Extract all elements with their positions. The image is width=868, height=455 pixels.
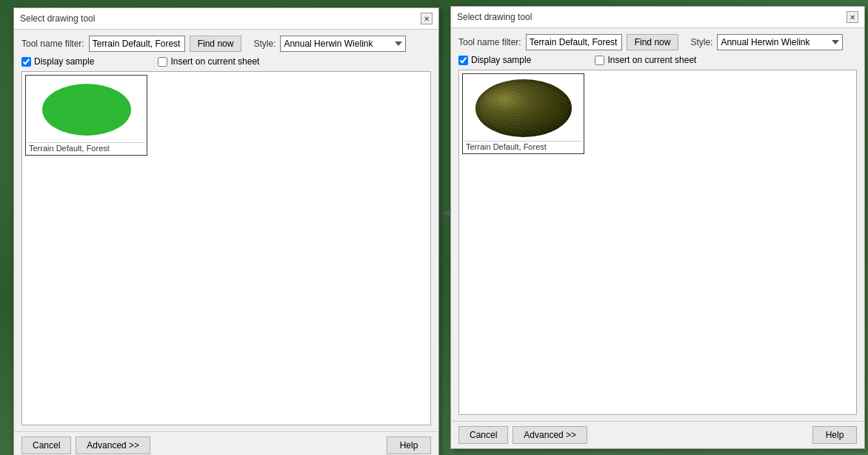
dialog-2-insert-checkbox[interactable] (595, 56, 604, 65)
dialog-1-sample-area: Terrain Default, Forest (21, 71, 431, 425)
dialog-2-footer: Cancel Advanced >> Help (451, 421, 864, 448)
dialog-1-insert-checkbox-row: Insert on current sheet (158, 56, 259, 67)
dialog-1-options-row: Display sample Insert on current sheet (21, 56, 431, 67)
dialog-1: Select drawing tool ✕ Tool name filter: … (13, 7, 439, 455)
dialog-2-close-button[interactable]: ✕ (847, 11, 858, 23)
dialog-1-titlebar: Select drawing tool ✕ (14, 8, 438, 30)
dialog-1-insert-checkbox[interactable] (158, 57, 167, 67)
dialog-1-footer: Cancel Advanced >> Help (14, 431, 438, 455)
dialog-1-help-button[interactable]: Help (387, 436, 431, 454)
dialog-1-style-label: Style: (253, 39, 276, 49)
dialog-1-style-select[interactable]: Annual Herwin Wielink (280, 36, 406, 52)
dialog-2-cancel-button[interactable]: Cancel (458, 426, 508, 444)
dialog-2-help-button[interactable]: Help (812, 426, 857, 444)
dialog-1-filter-row: Tool name filter: Find now Style: Annual… (21, 36, 431, 52)
dialog-2-insert-checkbox-row: Insert on current sheet (595, 55, 696, 65)
dialog-2-sample-area: Terrain Default, Forest (458, 70, 857, 415)
dialog-1-display-sample-checkbox[interactable] (21, 57, 31, 67)
dialog-2-display-sample-checkbox-row: Display sample (458, 55, 531, 65)
dialog-1-footer-left: Cancel Advanced >> (21, 436, 150, 454)
dialog-2-display-sample-checkbox[interactable] (458, 56, 468, 65)
dialog-2-sample-label: Terrain Default, Forest (464, 141, 582, 152)
dialog-2-body: Tool name filter: Find now Style: Annual… (451, 28, 864, 421)
dialog-2-find-button[interactable]: Find now (627, 34, 679, 50)
dialog-2-forest-oval (475, 79, 572, 137)
dialog-1-insert-label[interactable]: Insert on current sheet (170, 56, 259, 67)
dialog-2-display-sample-label[interactable]: Display sample (471, 55, 531, 65)
dialog-1-body: Tool name filter: Find now Style: Annual… (14, 30, 438, 431)
dialog-1-display-sample-checkbox-row: Display sample (21, 56, 94, 67)
dialog-2-title: Select drawing tool (457, 12, 532, 22)
dialog-1-sample-label: Terrain Default, Forest (27, 142, 145, 153)
dialog-2-style-select[interactable]: Annual Herwin Wielink (717, 34, 843, 50)
dialog-2-insert-label[interactable]: Insert on current sheet (607, 55, 696, 65)
dialog-2-sample-item: Terrain Default, Forest (462, 73, 584, 154)
dialog-2: Select drawing tool ✕ Tool name filter: … (450, 6, 865, 449)
dialog-1-tool-name-input[interactable] (89, 36, 185, 52)
dialog-2-footer-left: Cancel Advanced >> (458, 426, 587, 444)
dialog-1-cancel-button[interactable]: Cancel (21, 436, 71, 454)
dialog-2-advanced-button[interactable]: Advanced >> (513, 426, 587, 444)
dialog-2-tool-name-label: Tool name filter: (458, 37, 521, 47)
dialog-1-advanced-button[interactable]: Advanced >> (76, 436, 150, 454)
dialog-1-close-button[interactable]: ✕ (421, 13, 433, 24)
dialog-1-find-button[interactable]: Find now (190, 36, 242, 52)
dialog-1-sample-item: Terrain Default, Forest (25, 75, 147, 156)
dialog-2-sample-image (465, 76, 582, 141)
dialog-1-tool-name-label: Tool name filter: (21, 39, 84, 49)
dialog-1-title: Select drawing tool (20, 13, 95, 24)
dialog-1-display-sample-label[interactable]: Display sample (34, 56, 94, 67)
dialog-2-tool-name-input[interactable] (526, 34, 622, 50)
dialog-2-options-row: Display sample Insert on current sheet (458, 55, 857, 65)
dialog-2-style-label: Style: (690, 37, 712, 47)
dialog-2-titlebar: Select drawing tool ✕ (451, 7, 864, 28)
dialog-1-sample-image (28, 77, 145, 142)
arrow-indicator: ◀ (442, 206, 451, 216)
dialog-2-filter-row: Tool name filter: Find now Style: Annual… (458, 34, 857, 50)
dialog-1-green-ellipse (42, 84, 131, 136)
